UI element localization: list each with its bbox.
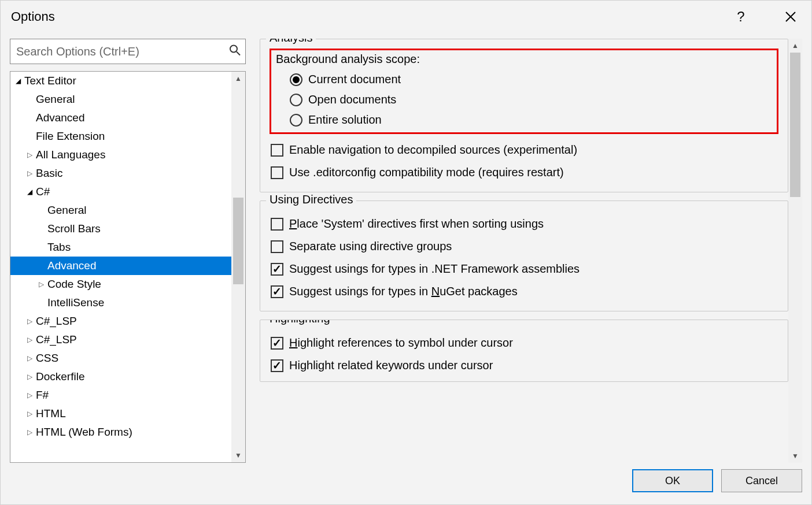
titlebar: Options ? [1, 1, 811, 33]
expander-icon[interactable]: ▷ [25, 169, 34, 177]
scroll-up-icon[interactable]: ▲ [231, 72, 245, 86]
expander-icon[interactable]: ▷ [25, 354, 34, 362]
expander-icon[interactable]: ▷ [25, 428, 34, 436]
checkbox-icon [271, 218, 283, 231]
checkbox-suggest-usings-for-types-in-net-framewor[interactable]: Suggest usings for types in .NET Framewo… [271, 258, 777, 280]
expander-icon[interactable]: ▷ [25, 410, 34, 418]
checkbox-icon [271, 166, 283, 179]
expander-icon[interactable]: ▷ [25, 151, 34, 159]
tree-item-label: F# [36, 389, 49, 402]
checkbox-icon [271, 285, 283, 298]
tree-list: ◢Text EditorGeneralAdvancedFile Extensio… [10, 72, 231, 462]
expander-icon[interactable]: ▷ [37, 280, 45, 288]
checkbox-label: Enable navigation to decompiled sources … [289, 143, 577, 157]
scrollbar-thumb[interactable] [790, 53, 800, 197]
checkbox-label: Suggest usings for types in .NET Framewo… [289, 262, 580, 276]
scroll-up-icon[interactable]: ▲ [788, 39, 802, 53]
tree-item-label: HTML [36, 407, 66, 420]
expander-icon[interactable]: ▷ [25, 336, 34, 344]
tree-item-html-web-forms-[interactable]: ▷HTML (Web Forms) [10, 423, 231, 441]
checkbox-label: Use .editorconfig compatibility mode (re… [289, 166, 564, 179]
checkbox-enable-navigation-to-decompiled-sources-[interactable]: Enable navigation to decompiled sources … [271, 139, 777, 161]
group-analysis: Analysis Background analysis scope: Curr… [260, 39, 788, 192]
help-button[interactable]: ? [730, 6, 751, 27]
dialog-footer: OK Cancel [1, 463, 811, 504]
tree-item-label: Tabs [47, 241, 71, 254]
tree-item-label: Advanced [47, 259, 97, 272]
checkbox-use-editorconfig-compatibility-mode-requ[interactable]: Use .editorconfig compatibility mode (re… [271, 161, 777, 184]
group-title-highlighting: Highlighting [266, 320, 334, 325]
tree-item-label: C#_LSP [36, 315, 77, 328]
search-input[interactable] [10, 39, 246, 64]
tree-item-label: C#_LSP [36, 333, 77, 346]
options-dialog: Options ? ◢Text EditorGeneralAdvancedFil… [0, 0, 812, 505]
expander-icon[interactable]: ◢ [14, 77, 22, 85]
expander-icon[interactable]: ▷ [25, 391, 34, 399]
tree-item-code-style[interactable]: ▷Code Style [10, 275, 231, 294]
expander-icon[interactable]: ◢ [25, 188, 34, 196]
tree-item-c-[interactable]: ◢C# [10, 183, 231, 201]
group-title-using: Using Directives [266, 193, 356, 206]
checkbox-label: Highlight related keywords under cursor [289, 359, 493, 372]
checkbox-icon [271, 144, 283, 157]
tree-item-all-languages[interactable]: ▷All Languages [10, 146, 231, 164]
checkbox-icon [271, 359, 283, 372]
checkbox-highlight-related-keywords-under-cursor[interactable]: Highlight related keywords under cursor [271, 354, 777, 377]
tree-item-label: CSS [36, 352, 58, 365]
tree-item-file-extension[interactable]: File Extension [10, 127, 231, 146]
close-button[interactable] [780, 6, 801, 27]
tree-item-text-editor[interactable]: ◢Text Editor [10, 72, 231, 90]
tree-item-label: Scroll Bars [47, 222, 101, 235]
checkbox-label: Separate using directive groups [289, 240, 452, 253]
checkbox-place-system-directives-first-when-sorti[interactable]: Place 'System' directives first when sor… [271, 213, 777, 235]
tree-item-basic[interactable]: ▷Basic [10, 164, 231, 183]
checkbox-icon [271, 263, 283, 276]
tree-item-intellisense[interactable]: IntelliSense [10, 294, 231, 312]
radio-label: Current document [308, 73, 401, 86]
radio-label: Open documents [308, 93, 396, 106]
group-title-analysis: Analysis [266, 39, 316, 44]
radio-icon [290, 94, 302, 106]
tree-item-html[interactable]: ▷HTML [10, 404, 231, 423]
search-wrap [10, 39, 246, 64]
radio-icon [290, 114, 302, 127]
checkbox-highlight-references-to-symbol-under-cur[interactable]: Highlight references to symbol under cur… [271, 332, 777, 354]
checkbox-separate-using-directive-groups[interactable]: Separate using directive groups [271, 235, 777, 258]
options-tree: ◢Text EditorGeneralAdvancedFile Extensio… [10, 71, 246, 463]
tree-item-advanced[interactable]: Advanced [10, 257, 231, 275]
tree-item-label: File Extension [36, 130, 105, 143]
tree-item-f-[interactable]: ▷F# [10, 386, 231, 404]
window-title: Options [11, 9, 730, 24]
scroll-down-icon[interactable]: ▼ [231, 448, 245, 462]
scroll-down-icon[interactable]: ▼ [788, 449, 802, 463]
tree-item-label: Text Editor [24, 75, 76, 87]
checkbox-icon [271, 240, 283, 253]
scrollbar-thumb[interactable] [233, 198, 243, 284]
group-highlighting: Highlighting Highlight references to sym… [260, 320, 788, 382]
checkbox-suggest-usings-for-types-in-nuget-packag[interactable]: Suggest usings for types in NuGet packag… [271, 280, 777, 303]
tree-scrollbar[interactable]: ▲ ▼ [231, 72, 245, 462]
settings-panel: Analysis Background analysis scope: Curr… [260, 39, 788, 463]
panel-scrollbar[interactable]: ▲ ▼ [788, 39, 802, 463]
radio-open-documents[interactable]: Open documents [272, 90, 776, 110]
tree-item-c-lsp[interactable]: ▷C#_LSP [10, 331, 231, 349]
tree-item-advanced[interactable]: Advanced [10, 109, 231, 127]
ok-button[interactable]: OK [632, 469, 713, 492]
group-using-directives: Using Directives Place 'System' directiv… [260, 200, 788, 311]
tree-item-c-lsp[interactable]: ▷C#_LSP [10, 312, 231, 331]
radio-current-document[interactable]: Current document [272, 69, 776, 90]
tree-item-general[interactable]: General [10, 201, 231, 220]
radio-icon [290, 73, 302, 86]
tree-item-label: Dockerfile [36, 370, 84, 383]
tree-item-css[interactable]: ▷CSS [10, 349, 231, 367]
tree-item-tabs[interactable]: Tabs [10, 238, 231, 257]
expander-icon[interactable]: ▷ [25, 373, 34, 381]
radio-entire-solution[interactable]: Entire solution [272, 110, 776, 130]
tree-item-scroll-bars[interactable]: Scroll Bars [10, 220, 231, 238]
cancel-button[interactable]: Cancel [721, 469, 802, 492]
tree-item-label: Code Style [47, 278, 101, 291]
tree-item-general[interactable]: General [10, 90, 231, 109]
tree-item-label: All Languages [36, 148, 105, 161]
expander-icon[interactable]: ▷ [25, 317, 34, 325]
tree-item-dockerfile[interactable]: ▷Dockerfile [10, 367, 231, 386]
